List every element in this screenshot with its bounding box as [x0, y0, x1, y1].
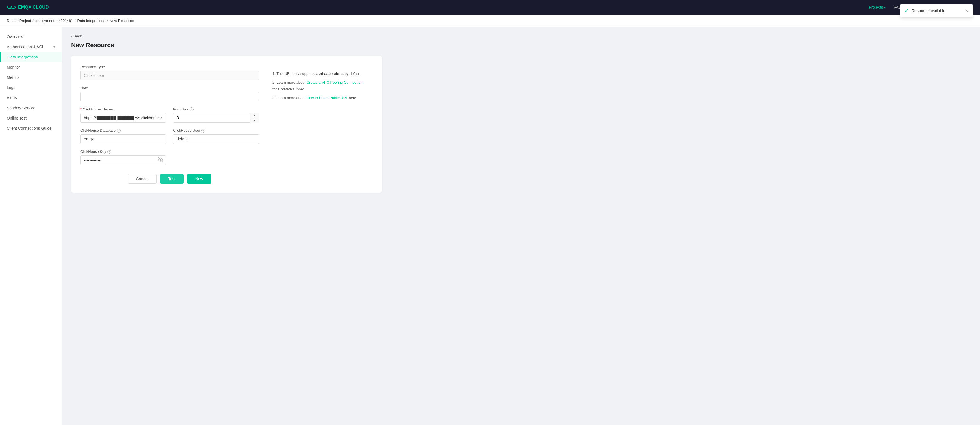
database-user-row: ClickHouse Database ? ClickHouse User ?: [80, 128, 259, 144]
breadcrumb: Default Project / deployment-m4801481 / …: [0, 15, 980, 27]
note-row: Note: [80, 86, 259, 102]
sidebar-label-alerts: Alerts: [7, 96, 17, 100]
form-info-layout: Resource Type Note: [80, 65, 373, 184]
required-star: *: [80, 107, 82, 111]
pool-size-label: Pool Size ?: [173, 107, 259, 111]
sidebar-label-logs: Logs: [7, 85, 15, 90]
user-label: ClickHouse User ?: [173, 128, 259, 132]
sidebar-item-shadow-service[interactable]: Shadow Service: [0, 103, 62, 113]
pool-size-input[interactable]: [173, 113, 259, 123]
breadcrumb-sep-1: /: [32, 19, 33, 23]
breadcrumb-new-resource: New Resource: [110, 19, 134, 23]
sidebar-item-client-connections[interactable]: Client Connections Guide: [0, 123, 62, 134]
breadcrumb-data-integrations[interactable]: Data Integrations: [78, 19, 105, 23]
resource-type-label: Resource Type: [80, 65, 259, 69]
pool-size-info-icon[interactable]: ?: [189, 107, 194, 111]
page-title: New Resource: [71, 41, 971, 49]
user-info-icon[interactable]: ?: [202, 129, 205, 132]
sidebar-label-monitor: Monitor: [7, 65, 20, 70]
stepper-down-button[interactable]: ▼: [250, 118, 259, 123]
info-text-3b: here.: [349, 96, 358, 100]
info-text-2b: for a private subnet.: [272, 87, 305, 91]
toast-close-button[interactable]: ✕: [965, 8, 969, 14]
key-info-icon[interactable]: ?: [107, 150, 111, 154]
logo[interactable]: EMQX CLOUD: [7, 4, 49, 10]
database-input[interactable]: [80, 134, 166, 144]
resource-type-input: [80, 71, 259, 80]
sidebar-item-auth-acl[interactable]: Authentication & ACL ▾: [0, 42, 62, 52]
database-col: ClickHouse Database ?: [80, 128, 166, 144]
info-text-2: Learn more about: [276, 80, 306, 84]
test-button[interactable]: Test: [160, 174, 184, 184]
info-num-1: 1.: [272, 72, 276, 76]
sidebar-item-alerts[interactable]: Alerts: [0, 93, 62, 103]
server-label: * ClickHouse Server: [80, 107, 166, 111]
sidebar-label-shadow-service: Shadow Service: [7, 106, 35, 110]
pool-size-wrapper: ▲ ▼: [173, 113, 259, 123]
info-num-3: 3.: [272, 96, 276, 100]
logo-text: EMQX CLOUD: [18, 5, 49, 10]
top-nav: EMQX CLOUD Projects ▾ VAS Subaccounts Bi…: [0, 0, 980, 15]
sidebar-label-metrics: Metrics: [7, 75, 19, 80]
vpc-peering-link[interactable]: Create a VPC Peering Connection: [307, 80, 363, 84]
back-label: Back: [73, 34, 82, 38]
info-bold-1: a private subnet: [315, 72, 344, 76]
info-panel: 1. This URL only supports a private subn…: [266, 65, 373, 109]
stepper-buttons: ▲ ▼: [250, 113, 259, 123]
back-link[interactable]: ‹ Back: [71, 34, 971, 38]
info-item-3: 3. Learn more about How to Use a Public …: [272, 95, 366, 101]
note-label: Note: [80, 86, 259, 90]
toast-message: Resource available: [912, 8, 962, 13]
breadcrumb-deployment[interactable]: deployment-m4801481: [35, 19, 73, 23]
nav-projects[interactable]: Projects ▾: [869, 5, 886, 10]
sidebar-label-client-connections: Client Connections Guide: [7, 126, 52, 131]
user-col: ClickHouse User ?: [173, 128, 259, 144]
pool-size-col: Pool Size ? ▲ ▼: [173, 107, 259, 123]
sidebar-item-data-integrations[interactable]: Data Integrations: [0, 52, 62, 62]
cancel-button[interactable]: Cancel: [128, 174, 157, 184]
database-info-icon[interactable]: ?: [117, 129, 121, 132]
breadcrumb-sep-3: /: [107, 19, 108, 23]
sidebar-label-online-test: Online Test: [7, 116, 27, 120]
note-input[interactable]: [80, 92, 259, 102]
server-pool-row: * ClickHouse Server Pool Size ?: [80, 107, 259, 123]
back-arrow-icon: ‹: [71, 34, 72, 38]
breadcrumb-sep-2: /: [75, 19, 76, 23]
projects-arrow-icon: ▾: [884, 6, 886, 9]
sidebar: Overview Authentication & ACL ▾ Data Int…: [0, 27, 62, 425]
main-content: ‹ Back New Resource Resource Type: [62, 27, 980, 425]
action-buttons: Cancel Test New: [80, 174, 259, 184]
stepper-up-button[interactable]: ▲: [250, 113, 259, 118]
sidebar-item-metrics[interactable]: Metrics: [0, 72, 62, 83]
new-button[interactable]: New: [187, 174, 212, 184]
sidebar-label-overview: Overview: [7, 35, 23, 39]
form-section: Resource Type Note: [80, 65, 259, 184]
sidebar-item-overview[interactable]: Overview: [0, 32, 62, 42]
sidebar-label-auth-acl: Authentication & ACL: [7, 45, 44, 49]
user-input[interactable]: [173, 134, 259, 144]
breadcrumb-default-project[interactable]: Default Project: [7, 19, 31, 23]
sidebar-item-online-test[interactable]: Online Test: [0, 113, 62, 123]
info-text-1b: by default.: [345, 72, 362, 76]
server-input[interactable]: [80, 113, 166, 123]
sidebar-label-data-integrations: Data Integrations: [8, 55, 38, 59]
main-layout: Overview Authentication & ACL ▾ Data Int…: [0, 27, 980, 425]
toast-success-icon: ✓: [905, 8, 909, 14]
form-container: Resource Type Note: [71, 56, 382, 193]
key-input-wrapper: [80, 155, 166, 165]
key-input[interactable]: [80, 155, 166, 165]
sidebar-item-logs[interactable]: Logs: [0, 83, 62, 93]
info-text-1: This URL only supports: [276, 72, 315, 76]
info-text-3: Learn more about: [276, 96, 306, 100]
info-item-2: 2. Learn more about Create a VPC Peering…: [272, 79, 366, 92]
key-row: ClickHouse Key ?: [80, 150, 166, 165]
resource-type-row: Resource Type: [80, 65, 259, 80]
database-label: ClickHouse Database ?: [80, 128, 166, 132]
auth-acl-chevron-icon: ▾: [53, 45, 55, 49]
password-toggle-icon[interactable]: [158, 157, 163, 163]
sidebar-item-monitor[interactable]: Monitor: [0, 62, 62, 72]
toast-notification: ✓ Resource available ✕: [900, 4, 973, 18]
info-item-1: 1. This URL only supports a private subn…: [272, 70, 366, 77]
server-col: * ClickHouse Server: [80, 107, 166, 123]
public-url-link[interactable]: How to Use a Public URL: [307, 96, 348, 100]
